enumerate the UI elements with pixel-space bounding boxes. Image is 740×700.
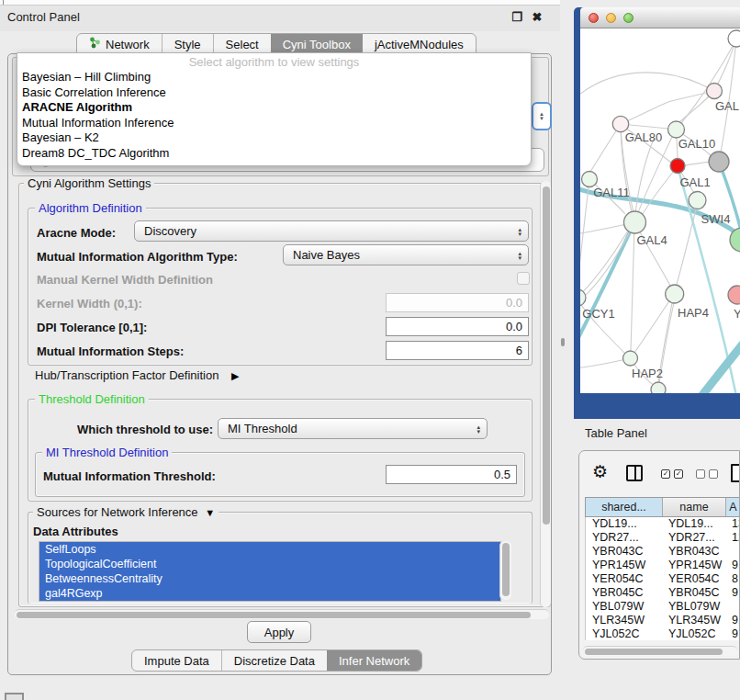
tab-network[interactable]: Network [77,34,162,54]
which-threshold-select[interactable]: MI Threshold ▴▾ [218,418,488,439]
bottom-tabs: Impute Data Discretize Data Infer Networ… [131,649,422,672]
network-canvas[interactable]: GALGAL80GAL10GAL1GAL11SWI4GAL4GCY1HAP4YH… [580,28,740,393]
settings-horizontal-scrollbar[interactable] [15,609,549,619]
screen: Control Panel ❐ ✖ Network Style Select C… [0,0,740,700]
table-cell: YDL19... [662,517,725,531]
data-attribute-item[interactable]: TopologicalCoefficient [39,557,500,571]
network-window-titlebar[interactable] [580,7,740,28]
tab-infer-network[interactable]: Infer Network [327,650,421,671]
data-attribute-item[interactable]: BetweennessCentrality [39,571,500,586]
close-traffic-light-icon[interactable] [589,13,599,23]
network-node-label: GAL4 [636,233,667,247]
table-rows[interactable]: YDL19...YDL19...13YDR27...YDR27...12YBR0… [585,517,740,640]
tab-select[interactable]: Select [213,34,271,54]
algorithm-option[interactable]: Dream8 DC_TDC Algorithm [17,146,531,162]
table-horizontal-scrollbar[interactable] [583,646,737,656]
panel-divider-handle[interactable] [561,338,565,346]
column-header-name[interactable]: name [662,498,725,516]
network-node-gal10[interactable] [668,121,685,138]
table-row[interactable]: YDR27...YDR27...12 [586,531,740,545]
combo-arrows-icon: ▴▾ [518,251,521,260]
column-header-shared-name[interactable]: shared... [586,498,662,516]
float-window-icon[interactable]: ❐ [510,11,523,24]
table-cell: YBR043C [662,545,725,559]
node-bottom[interactable] [651,382,666,393]
sources-title[interactable]: Sources for Network Inference ▼ [33,505,219,519]
apply-button[interactable]: Apply [247,621,311,643]
network-node-gal4[interactable] [624,211,646,233]
table-row[interactable]: YER054CYER054C8. [586,572,740,586]
network-node-gal11[interactable] [582,172,598,187]
algorithm-option[interactable]: Bayesian – Hill Climbing [17,70,531,85]
manual-kernel-width-checkbox[interactable] [517,272,530,285]
network-node-y[interactable] [728,286,740,304]
threshold-definition-title: Threshold Definition [35,392,149,406]
table-cell: 9. [725,559,740,572]
close-icon[interactable]: ✖ [531,11,544,24]
data-attribute-item[interactable]: SelfLoops [39,542,500,557]
data-attributes-list[interactable]: SelfLoopsTopologicalCoefficientBetweenne… [39,541,501,602]
data-attribute-item[interactable]: gal4RGexp [39,586,500,601]
network-node-labels: GALGAL80GAL10GAL1GAL11SWI4GAL4GCY1HAP4YH… [582,99,740,380]
column-header-partial[interactable]: A [725,498,740,516]
table-cell [725,600,740,614]
table-row[interactable]: YJL052CYJL052C9. [586,627,740,640]
network-view-window: GALGAL80GAL10GAL1GAL11SWI4GAL4GCY1HAP4YH… [574,7,740,419]
split-panel-icon[interactable] [626,465,643,481]
tab-discretize-data[interactable]: Discretize Data [221,650,327,671]
network-tab-icon [89,37,101,51]
expander-expanded-icon: ▼ [205,507,215,518]
hub-tf-definition-expander[interactable]: Hub/Transcription Factor Definition ▶ [35,368,239,382]
focused-combo-spinner[interactable]: ▲▼ [532,102,552,130]
tab-style[interactable]: Style [162,34,213,54]
table-row[interactable]: YBR043CYBR043C [586,545,740,559]
data-attributes-scrollbar[interactable] [499,541,511,600]
table-cell: YLR345W [662,614,725,627]
algorithm-popup-list: Bayesian – Hill ClimbingBasic Correlatio… [17,70,531,161]
expander-collapsed-icon: ▶ [231,370,239,381]
table-cell: 9. [725,614,740,627]
node-partial-top[interactable] [728,30,740,47]
table-row[interactable]: YBR045CYBR045C9. [586,586,740,600]
algorithm-option[interactable]: Bayesian – K2 [17,130,531,146]
mi-steps-field[interactable]: 6 [386,341,529,360]
aracne-mode-select[interactable]: Discovery ▴▾ [134,220,529,242]
network-node-label: GAL1 [679,175,710,189]
tab-impute-data[interactable]: Impute Data [132,650,221,671]
table-panel-title: Table Panel [585,426,647,440]
minimize-traffic-light-icon[interactable] [606,13,616,23]
table-row[interactable]: YBL079WYBL079W [586,600,740,614]
deselect-all-icon[interactable] [696,469,718,479]
algorithm-option[interactable]: Basic Correlation Inference [17,85,531,101]
table-cell: 12 [725,531,740,545]
network-node-gcy1[interactable] [580,289,586,306]
kernel-width-field[interactable]: 0.0 [386,293,529,312]
mi-algorithm-type-label: Mutual Information Algorithm Type: [37,250,238,264]
network-node-label: GAL11 [593,186,630,199]
network-node-hap4[interactable] [666,285,684,303]
network-node-swi4[interactable] [689,192,706,209]
table-settings-gear-icon[interactable]: ⚙ [592,463,608,480]
algorithm-option[interactable]: ARACNE Algorithm [17,100,531,116]
settings-vertical-scrollbar[interactable] [540,181,551,607]
minimized-window-icon[interactable] [5,693,24,700]
node-gray[interactable] [709,152,729,172]
data-attributes-label: Data Attributes [33,525,118,538]
algorithm-option[interactable]: Mutual Information Inference [17,116,531,131]
mi-algorithm-type-select[interactable]: Naive Bayes ▴▾ [283,244,529,265]
select-all-icon[interactable]: ✓✓ [661,469,683,479]
zoom-traffic-light-icon[interactable] [623,13,633,23]
table-row[interactable]: YDL19...YDL19...13 [586,517,740,531]
tab-jactivemnodules[interactable]: jActiveMNodules [363,34,476,54]
network-node-gal[interactable] [707,84,723,99]
table-row[interactable]: YLR345WYLR345W9. [586,614,740,627]
kernel-width-label: Kernel Width (0,1): [37,297,142,310]
network-node-label: SWI4 [701,212,731,226]
table-row[interactable]: YPR145WYPR145W9. [586,559,740,572]
function-builder-icon[interactable] [731,464,740,482]
network-node-hap2[interactable] [623,351,638,366]
tab-cyni-toolbox[interactable]: Cyni Toolbox [271,34,363,54]
dpi-tolerance-field[interactable]: 0.0 [386,317,529,336]
mi-threshold-field[interactable]: 0.5 [386,465,517,484]
network-node-gal1[interactable] [670,159,685,174]
